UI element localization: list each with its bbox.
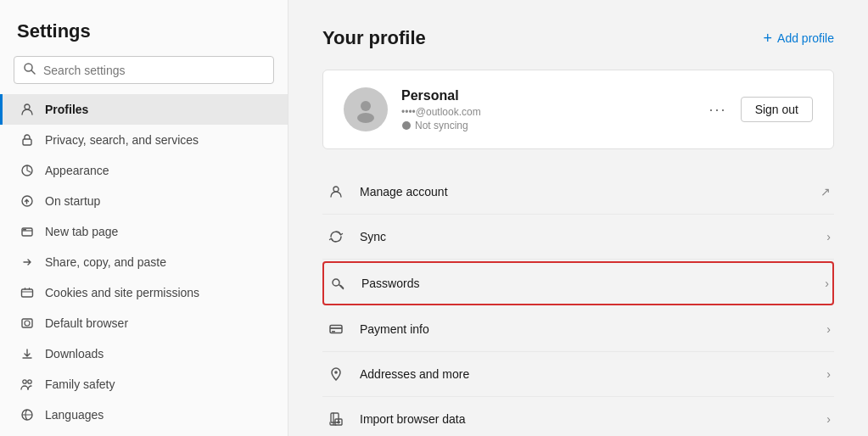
card-icon	[326, 319, 346, 339]
page-header: Your profile + Add profile	[322, 27, 834, 49]
search-icon	[23, 62, 36, 78]
sync-icon	[326, 226, 346, 247]
menu-item-manage-account[interactable]: Manage account ↗	[322, 170, 834, 215]
main-content: Your profile + Add profile Personal ••••…	[288, 0, 868, 436]
more-options-button[interactable]: ···	[709, 101, 727, 119]
nav-item-label: Downloads	[45, 347, 104, 361]
search-input[interactable]	[43, 64, 265, 77]
sidebar-item-share-copy[interactable]: Share, copy, and paste	[0, 247, 288, 277]
sidebar-item-printers[interactable]: Printers	[0, 430, 288, 436]
plus-icon: +	[764, 30, 773, 48]
nav-item-label: Family safety	[45, 377, 115, 391]
sidebar-item-downloads[interactable]: Downloads	[0, 338, 288, 369]
menu-item-label: Manage account	[360, 185, 807, 198]
svg-point-11	[25, 321, 30, 326]
nav-item-label: Profiles	[45, 103, 88, 116]
sidebar-item-profiles[interactable]: Profiles	[0, 94, 288, 125]
sidebar-item-privacy[interactable]: Privacy, search, and services	[0, 125, 288, 155]
nav-item-label: Share, copy, and paste	[45, 255, 166, 269]
sidebar-item-languages[interactable]: Languages	[0, 400, 288, 430]
menu-list: Manage account ↗ Sync › Passwords › Paym…	[322, 170, 834, 436]
svg-point-13	[23, 380, 26, 383]
nav-items-list: Profiles Privacy, search, and services A…	[0, 94, 288, 436]
profile-email: ••••@outlook.com	[401, 106, 696, 118]
svg-point-21	[357, 113, 374, 123]
cookies-icon	[20, 285, 35, 300]
location-icon	[326, 364, 346, 384]
sidebar-item-cookies[interactable]: Cookies and site permissions	[0, 277, 288, 308]
menu-item-label: Import browser data	[360, 412, 813, 426]
startup-icon	[20, 193, 35, 209]
nav-item-label: Default browser	[45, 316, 128, 330]
sidebar-item-default-browser[interactable]: Default browser	[0, 308, 288, 338]
chevron-right-icon: ›	[826, 230, 831, 243]
svg-point-24	[333, 279, 339, 286]
nav-item-label: Privacy, search, and services	[45, 133, 199, 147]
menu-item-import[interactable]: Import browser data ›	[322, 397, 834, 436]
appearance-icon	[20, 163, 35, 178]
chevron-right-icon: ›	[826, 322, 831, 336]
svg-point-22	[402, 121, 411, 130]
profile-name: Personal	[401, 88, 696, 103]
sidebar-item-family-safety[interactable]: Family safety	[0, 369, 288, 400]
person-icon	[326, 182, 346, 202]
search-box[interactable]	[14, 56, 274, 84]
profile-status: Not syncing	[401, 120, 696, 131]
menu-item-sync[interactable]: Sync ›	[322, 215, 834, 260]
sidebar-item-appearance[interactable]: Appearance	[0, 155, 288, 186]
nav-item-label: On startup	[45, 194, 100, 208]
nav-item-label: Appearance	[45, 164, 109, 177]
svg-point-14	[28, 380, 31, 383]
share-icon	[20, 254, 35, 270]
menu-item-addresses[interactable]: Addresses and more ›	[322, 352, 834, 397]
key-icon	[328, 273, 348, 293]
sign-out-button[interactable]: Sign out	[741, 97, 813, 122]
external-link-icon: ↗	[820, 185, 831, 198]
downloads-icon	[20, 346, 35, 361]
add-profile-button[interactable]: + Add profile	[764, 30, 834, 48]
menu-item-label: Payment info	[360, 322, 813, 336]
sidebar-item-new-tab[interactable]: New tab page	[0, 216, 288, 247]
sidebar-item-on-startup[interactable]: On startup	[0, 186, 288, 216]
newtab-icon	[20, 224, 35, 239]
app-title: Settings	[0, 14, 288, 56]
chevron-right-icon: ›	[826, 367, 831, 381]
svg-rect-9	[22, 289, 33, 297]
avatar	[344, 87, 388, 131]
svg-point-28	[334, 371, 338, 374]
profile-actions: ··· Sign out	[709, 97, 813, 122]
svg-point-20	[361, 101, 371, 111]
menu-item-payment-info[interactable]: Payment info ›	[322, 307, 834, 352]
person-icon	[20, 102, 35, 117]
svg-line-1	[31, 70, 35, 74]
svg-rect-8	[23, 229, 26, 231]
chevron-right-icon: ›	[825, 277, 829, 290]
nav-item-label: Cookies and site permissions	[45, 286, 199, 299]
svg-point-23	[333, 187, 339, 192]
add-profile-label: Add profile	[777, 31, 834, 45]
svg-point-2	[25, 104, 30, 109]
profile-info: Personal ••••@outlook.com Not syncing	[401, 88, 696, 131]
menu-item-label: Addresses and more	[360, 367, 813, 381]
page-title: Your profile	[322, 27, 426, 49]
menu-item-label: Sync	[360, 230, 813, 243]
menu-item-label: Passwords	[361, 277, 811, 290]
browser-icon	[20, 316, 35, 331]
sidebar: Settings Profiles Privacy, search, and s…	[0, 0, 288, 436]
nav-item-label: New tab page	[45, 225, 118, 238]
chevron-right-icon: ›	[826, 412, 831, 426]
menu-item-passwords[interactable]: Passwords ›	[322, 261, 834, 305]
nav-item-label: Languages	[45, 408, 104, 422]
svg-rect-27	[332, 331, 335, 333]
family-icon	[20, 377, 35, 392]
lock-icon	[20, 132, 35, 148]
svg-rect-3	[23, 139, 31, 145]
import-icon	[326, 409, 346, 429]
language-icon	[20, 407, 35, 422]
profile-card: Personal ••••@outlook.com Not syncing ··…	[322, 70, 834, 149]
